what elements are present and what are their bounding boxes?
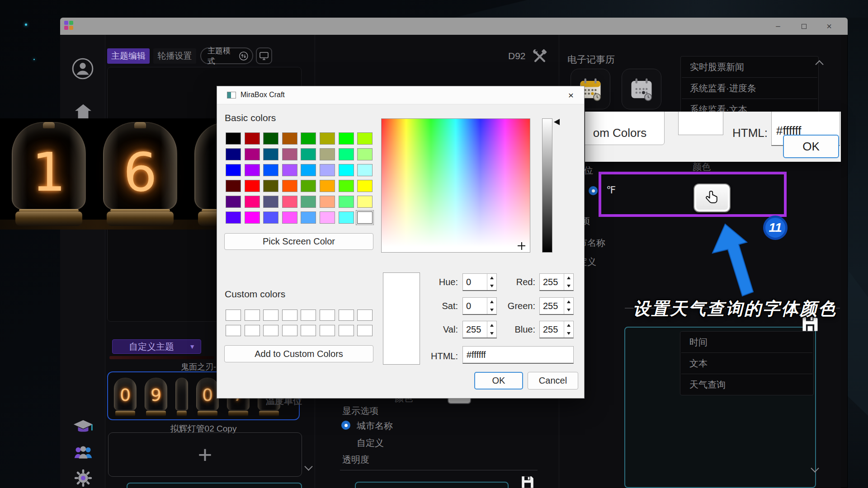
basic-color-swatch-00ff7f[interactable] [339, 148, 354, 160]
spin-buttons[interactable] [487, 274, 496, 290]
custom-color-swatch[interactable] [282, 310, 297, 321]
spin-buttons[interactable] [564, 274, 573, 290]
basic-color-swatch-ffaaff[interactable] [320, 211, 335, 224]
maximize-button[interactable] [794, 18, 813, 35]
basic-color-swatch-55aaff[interactable] [301, 211, 316, 224]
basic-color-swatch-ffaa7f[interactable] [320, 196, 335, 208]
hue-saturation-picker[interactable] [381, 118, 530, 253]
val-spinbox[interactable]: 255 [462, 321, 497, 338]
basic-color-swatch-aaffff[interactable] [357, 164, 373, 176]
val-value[interactable]: 255 [463, 321, 487, 338]
weather-font-color-button[interactable] [693, 183, 731, 212]
basic-color-swatch-aa55ff[interactable] [282, 164, 297, 176]
add-theme-button[interactable]: + [108, 432, 302, 477]
spin-up-icon[interactable] [487, 321, 496, 329]
spin-down-icon[interactable] [487, 306, 496, 314]
spin-down-icon[interactable] [487, 329, 496, 338]
basic-color-swatch-00007f[interactable] [226, 148, 241, 160]
hue-value[interactable]: 0 [463, 274, 487, 290]
basic-color-swatch-55007f[interactable] [226, 196, 241, 208]
spin-up-icon[interactable] [487, 274, 496, 282]
spin-up-icon[interactable] [564, 274, 573, 282]
custom-color-swatch[interactable] [339, 310, 354, 321]
ok-button[interactable]: OK [474, 372, 523, 389]
basic-color-swatch-55aa7f[interactable] [301, 196, 316, 208]
cancel-button[interactable]: Cancel [528, 372, 578, 389]
custom-color-swatch[interactable] [301, 310, 316, 321]
theme-mode-toggle[interactable]: 主题模式 [200, 47, 253, 64]
education-icon[interactable] [73, 419, 94, 435]
basic-color-swatch-aaaa00[interactable] [320, 132, 335, 145]
basic-color-swatch-55aa00[interactable] [301, 180, 316, 192]
basic-color-swatch-000000[interactable] [226, 132, 241, 145]
settings-gear-icon[interactable] [74, 469, 92, 487]
custom-color-swatch[interactable] [320, 310, 335, 321]
theme-category-dropdown[interactable]: 自定义主题 ▼ [112, 339, 201, 354]
spin-buttons[interactable] [564, 298, 573, 314]
basic-color-swatch-ff00ff[interactable] [245, 211, 260, 224]
widget-list-item[interactable]: 天气查询 [680, 374, 813, 395]
radio-custom-label[interactable]: 自定义 [357, 437, 384, 449]
widget-list-item[interactable]: 时间 [680, 332, 813, 352]
basic-color-swatch-aaaaff[interactable] [320, 164, 335, 176]
basic-color-swatch-ff5500[interactable] [282, 180, 297, 192]
hue-spinbox[interactable]: 0 [462, 273, 497, 291]
spin-down-icon[interactable] [487, 282, 496, 290]
basic-color-swatch-ffaa00[interactable] [320, 180, 335, 192]
basic-color-swatch-aa00ff[interactable] [245, 164, 260, 176]
blue-value[interactable]: 255 [540, 321, 564, 338]
basic-color-swatch-00aa7f[interactable] [301, 148, 316, 160]
custom-color-swatch[interactable] [282, 325, 297, 336]
basic-color-swatch-00557f[interactable] [263, 148, 278, 160]
custom-color-swatch[interactable] [245, 325, 260, 336]
widget-list-item[interactable]: 文本 [680, 353, 813, 374]
basic-color-swatch-005500[interactable] [263, 132, 278, 145]
sat-value[interactable]: 0 [463, 298, 487, 314]
basic-color-swatch-5500ff[interactable] [226, 211, 241, 224]
blue-spinbox[interactable]: 255 [539, 321, 574, 338]
spin-up-icon[interactable] [564, 298, 573, 306]
basic-color-swatch-5555ff[interactable] [263, 211, 278, 224]
green-spinbox[interactable]: 255 [539, 297, 574, 315]
basic-color-swatch-00ffff[interactable] [339, 164, 354, 176]
basic-color-swatch-ff0000[interactable] [245, 180, 260, 192]
spin-buttons[interactable] [487, 298, 496, 314]
custom-color-swatch[interactable] [226, 325, 241, 336]
notebook-list-item[interactable]: 系统监看·进度条 [681, 78, 818, 99]
spin-up-icon[interactable] [487, 298, 496, 306]
tab-carousel-settings[interactable]: 轮播设置 [153, 48, 196, 64]
value-slider-arrow-icon[interactable] [554, 119, 560, 125]
ok-button-magnified[interactable]: OK [783, 135, 839, 158]
basic-color-swatch-0055ff[interactable] [263, 164, 278, 176]
calendar-grey-widget-tile[interactable] [622, 69, 661, 109]
radio-city-name[interactable] [341, 421, 350, 430]
tab-theme-edit[interactable]: 主题编辑 [107, 48, 150, 64]
spin-down-icon[interactable] [564, 329, 573, 338]
minimize-button[interactable]: – [769, 18, 788, 35]
basic-color-swatch-aa5500[interactable] [282, 132, 297, 145]
spin-down-icon[interactable] [564, 306, 573, 314]
basic-color-swatch-ff007f[interactable] [245, 196, 260, 208]
close-button[interactable]: × [820, 18, 839, 35]
basic-color-swatch-555500[interactable] [263, 180, 278, 192]
home-icon[interactable] [74, 103, 92, 120]
sat-spinbox[interactable]: 0 [462, 297, 497, 315]
basic-color-swatch-ff55ff[interactable] [282, 211, 297, 224]
basic-color-swatch-00ff00[interactable] [339, 132, 354, 145]
basic-color-swatch-ffffff[interactable] [357, 211, 373, 224]
save-icon[interactable] [520, 474, 535, 488]
basic-color-swatch-550000[interactable] [226, 180, 241, 192]
radio-fahrenheit[interactable] [589, 186, 598, 195]
basic-color-swatch-0000ff[interactable] [226, 164, 241, 176]
user-avatar-icon[interactable] [71, 57, 94, 80]
html-color-input[interactable]: #ffffff [462, 346, 574, 364]
tools-icon[interactable] [532, 48, 548, 64]
basic-color-swatch-aaff00[interactable] [357, 132, 373, 145]
basic-color-swatch-aaff7f[interactable] [357, 148, 373, 160]
display-preview-button[interactable] [256, 47, 272, 64]
custom-color-swatch[interactable] [357, 310, 373, 321]
basic-color-swatch-ffff00[interactable] [357, 180, 373, 192]
basic-color-swatch-aa0000[interactable] [245, 132, 260, 145]
add-custom-colors-button-partial[interactable]: om Colors [585, 112, 665, 145]
value-slider[interactable] [542, 118, 552, 253]
